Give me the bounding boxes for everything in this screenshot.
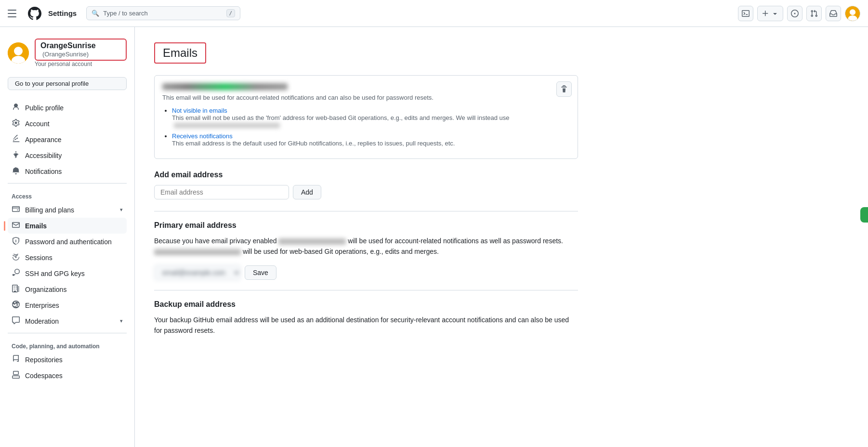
user-header-section: OrangeSunrise (OrangeSunrise) Your perso…	[8, 39, 127, 67]
sidebar-item-sessions[interactable]: Sessions	[8, 250, 127, 265]
sidebar-item-label: Notifications	[25, 168, 62, 175]
sidebar-item-organizations[interactable]: Organizations	[8, 281, 127, 297]
add-email-section-title: Add email address	[154, 171, 578, 179]
receives-notifications-item: Receives notifications This email addres…	[172, 132, 570, 147]
user-info-box: OrangeSunrise (OrangeSunrise)	[35, 39, 127, 61]
sidebar-item-label: Accessibility	[25, 152, 62, 159]
delete-email-button[interactable]	[556, 81, 572, 97]
sidebar-item-label: SSH and GPG keys	[25, 270, 85, 277]
credit-card-icon	[12, 205, 20, 214]
nav-settings-title: Settings	[48, 9, 77, 17]
primary-email-select[interactable]: email@example.com	[154, 265, 241, 280]
organization-icon	[12, 285, 20, 294]
svg-point-1	[850, 9, 855, 15]
code-section-label: Code, planning, and automation	[8, 337, 127, 352]
sidebar-nav-code: Repositories Codespaces	[8, 352, 127, 383]
save-primary-email-button[interactable]: Save	[245, 265, 276, 280]
email-properties-list: Not visible in emails This email will no…	[162, 107, 570, 147]
not-visible-title: Not visible in emails	[172, 107, 227, 114]
primary-email-section-title: Primary email address	[154, 221, 578, 230]
sidebar-item-label: Enterprises	[25, 302, 59, 309]
sidebar-item-billing[interactable]: Billing and plans ▾	[8, 202, 127, 218]
sidebar-item-label: Account	[25, 120, 50, 128]
go-to-profile-button[interactable]: Go to your personal profile	[8, 77, 127, 90]
email-address-input[interactable]	[154, 185, 289, 199]
report-icon	[12, 316, 20, 326]
gear-icon	[12, 119, 20, 128]
globe-icon	[12, 301, 20, 310]
sidebar-item-account[interactable]: Account	[8, 116, 127, 131]
main-content-area: Emails This email will be used for accou…	[135, 27, 597, 447]
accessibility-icon	[12, 151, 20, 160]
sidebar-item-public-profile[interactable]: Public profile	[8, 100, 127, 116]
blurred-email-address	[162, 83, 288, 90]
pull-requests-button[interactable]	[806, 6, 822, 21]
sidebar-item-repositories[interactable]: Repositories	[8, 352, 127, 368]
receives-desc: This email address is the default used f…	[172, 140, 570, 147]
sidebar-item-appearance[interactable]: Appearance	[8, 131, 127, 147]
primary-email-form: email@example.com Save	[154, 265, 578, 280]
sidebar-item-emails[interactable]: Emails	[8, 218, 127, 234]
chevron-down-icon: ▾	[120, 318, 123, 324]
mail-icon	[12, 221, 20, 230]
key-icon	[12, 269, 20, 278]
search-text: Type / to search	[103, 10, 148, 17]
access-section-label: Access	[8, 187, 127, 202]
terminal-button[interactable]	[738, 6, 753, 21]
backup-email-section-title: Backup email address	[154, 300, 578, 309]
not-visible-desc: This email will not be used as the 'from…	[172, 114, 570, 129]
sidebar-item-codespaces[interactable]: Codespaces	[8, 368, 127, 383]
primary-email-description: Because you have email privacy enabled w…	[154, 236, 578, 257]
sidebar-item-notifications[interactable]: Notifications	[8, 163, 127, 179]
sidebar-username: OrangeSunrise	[40, 41, 96, 50]
section-divider-1	[154, 211, 578, 211]
sidebar-item-label: Codespaces	[25, 372, 63, 380]
sidebar-divider-2	[8, 333, 127, 333]
repo-icon	[12, 355, 20, 364]
blurred-email-1	[278, 238, 346, 245]
page-layout: OrangeSunrise (OrangeSunrise) Your perso…	[0, 27, 868, 447]
search-bar[interactable]: 🔍 Type / to search /	[86, 6, 240, 20]
shield-lock-icon	[12, 237, 20, 246]
add-email-button[interactable]: Add	[293, 185, 321, 199]
sidebar-item-accessibility[interactable]: Accessibility	[8, 147, 127, 163]
hamburger-menu[interactable]	[8, 7, 21, 20]
sidebar-item-label: Organizations	[25, 286, 66, 293]
not-visible-item: Not visible in emails This email will no…	[172, 107, 570, 129]
primary-email-card: This email will be used for account-rela…	[154, 75, 578, 159]
email-account-desc: This email will be used for account-rela…	[162, 94, 570, 101]
section-divider-2	[154, 290, 578, 290]
user-avatar-button[interactable]	[845, 6, 860, 21]
paintbrush-icon	[12, 135, 20, 144]
broadcast-icon	[12, 253, 20, 262]
search-keyboard-hint: /	[226, 9, 236, 17]
sidebar-user-subtitle: Your personal account	[35, 61, 127, 67]
inbox-button[interactable]	[826, 6, 841, 21]
bell-icon	[12, 167, 20, 176]
page-title: Emails	[154, 42, 206, 64]
sidebar-item-label: Emails	[25, 222, 47, 230]
sidebar-item-moderation[interactable]: Moderation ▾	[8, 313, 127, 329]
scroll-indicator	[860, 207, 868, 223]
sidebar-item-label: Password and authentication	[25, 238, 112, 246]
person-icon	[12, 103, 20, 112]
backup-email-description: Your backup GitHub email address will be…	[154, 315, 578, 336]
search-icon: 🔍	[92, 10, 99, 17]
sidebar-item-ssh-gpg[interactable]: SSH and GPG keys	[8, 265, 127, 281]
top-navigation: Settings 🔍 Type / to search /	[0, 0, 868, 27]
sidebar-item-label: Moderation	[25, 317, 59, 325]
sidebar-user-avatar	[8, 42, 29, 64]
sidebar-item-password[interactable]: Password and authentication	[8, 234, 127, 250]
blurred-email-2	[154, 249, 241, 255]
sidebar-item-enterprises[interactable]: Enterprises	[8, 297, 127, 313]
sidebar-item-label: Public profile	[25, 104, 64, 112]
sidebar-user-handle: (OrangeSunrise)	[42, 51, 89, 58]
github-logo	[27, 6, 42, 21]
issues-button[interactable]	[787, 6, 802, 21]
plus-menu-button[interactable]	[757, 6, 783, 21]
sidebar-divider	[8, 183, 127, 184]
sidebar-nav-main: Public profile Account Appearance Access…	[8, 100, 127, 179]
sidebar-item-label: Billing and plans	[25, 206, 74, 214]
sidebar-item-label: Repositories	[25, 356, 63, 364]
top-nav-actions	[738, 6, 860, 21]
